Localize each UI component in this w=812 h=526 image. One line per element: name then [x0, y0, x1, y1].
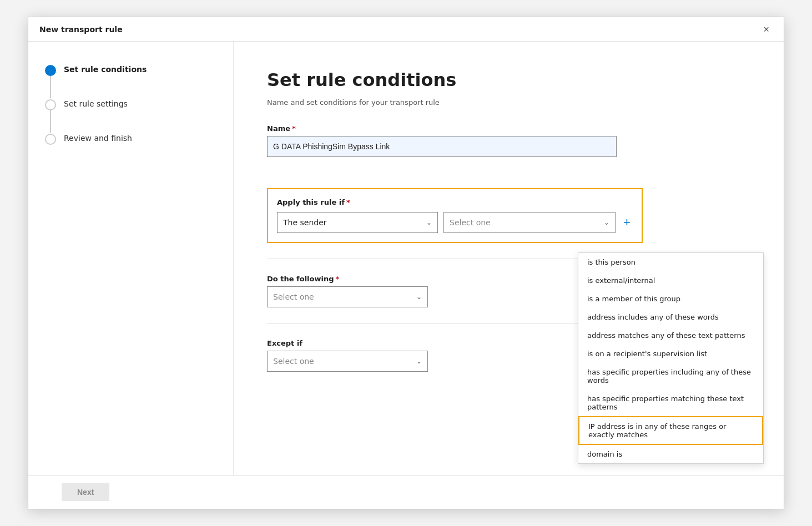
- apply-rule-section: Apply this rule if * The sender ⌄ Select…: [267, 173, 750, 243]
- sender-chevron-icon: ⌄: [426, 219, 432, 226]
- do-following-chevron-icon: ⌄: [416, 293, 422, 301]
- apply-rule-label: Apply this rule if *: [277, 198, 633, 206]
- dropdown-item-is-member-of-group[interactable]: is a member of this group: [578, 290, 763, 308]
- modal-footer: Next: [28, 475, 784, 509]
- step-dot-3: [45, 134, 56, 145]
- step-item-2: Set rule settings: [45, 98, 216, 110]
- step-connector-2: [50, 110, 51, 133]
- apply-rule-box: Apply this rule if * The sender ⌄ Select…: [267, 188, 643, 243]
- step-connector-1: [50, 76, 51, 98]
- name-field-container: Name *: [267, 124, 750, 157]
- step-item-1: Set rule conditions: [45, 64, 216, 76]
- step-dot-2: [45, 99, 56, 110]
- step-item-3: Review and finish: [45, 133, 216, 145]
- dropdown-item-has-specific-properties-patterns[interactable]: has specific properties matching these t…: [578, 390, 763, 416]
- condition-dropdown-menu: is this personis external/internalis a m…: [578, 252, 764, 464]
- condition-dropdown[interactable]: Select one ⌄: [443, 212, 616, 233]
- dropdown-item-is-on-supervision-list[interactable]: is on a recipient's supervision list: [578, 345, 763, 363]
- dropdown-item-has-specific-properties-words[interactable]: has specific properties including any of…: [578, 363, 763, 390]
- modal-header: New transport rule ×: [28, 17, 784, 42]
- modal-title: New transport rule: [39, 25, 123, 34]
- add-condition-button[interactable]: +: [621, 216, 633, 229]
- except-if-chevron-icon: ⌄: [416, 357, 422, 365]
- name-input[interactable]: [267, 136, 617, 157]
- close-button[interactable]: ×: [760, 23, 773, 36]
- next-button[interactable]: Next: [62, 483, 109, 501]
- modal-body: Set rule conditions Set rule settings Re…: [28, 42, 784, 475]
- do-following-placeholder: Select one: [273, 292, 314, 301]
- dropdown-item-ip-address-ranges[interactable]: IP address is in any of these ranges or …: [578, 416, 763, 445]
- dropdown-items-list: is this personis external/internalis a m…: [578, 253, 763, 463]
- dropdown-item-is-this-person[interactable]: is this person: [578, 253, 763, 271]
- step-label-3: Review and finish: [64, 133, 132, 143]
- new-transport-rule-modal: New transport rule × Set rule conditions…: [28, 17, 784, 509]
- dropdown-item-address-includes-words[interactable]: address includes any of these words: [578, 308, 763, 326]
- condition-chevron-icon: ⌄: [604, 219, 609, 226]
- dropdown-item-is-external-internal[interactable]: is external/internal: [578, 271, 763, 290]
- apply-rule-dropdowns: The sender ⌄ Select one ⌄ +: [277, 212, 633, 233]
- dropdown-item-domain-is[interactable]: domain is: [578, 445, 763, 463]
- page-subtitle: Name and set conditions for your transpo…: [267, 98, 750, 107]
- except-if-placeholder: Select one: [273, 357, 314, 366]
- page-title: Set rule conditions: [267, 69, 750, 90]
- do-following-dropdown[interactable]: Select one ⌄: [267, 286, 428, 307]
- sender-value: The sender: [283, 218, 327, 227]
- divider-1: [267, 259, 617, 259]
- step-label-2: Set rule settings: [64, 98, 128, 108]
- step-label-1: Set rule conditions: [64, 64, 147, 74]
- step-dot-1: [45, 65, 56, 76]
- divider-2: [267, 323, 617, 323]
- except-if-dropdown[interactable]: Select one ⌄: [267, 351, 428, 372]
- sidebar: Set rule conditions Set rule settings Re…: [28, 42, 234, 475]
- dropdown-item-address-matches-patterns[interactable]: address matches any of these text patter…: [578, 326, 763, 345]
- name-field-label: Name *: [267, 124, 750, 133]
- condition-placeholder: Select one: [450, 218, 491, 227]
- main-content: Set rule conditions Name and set conditi…: [234, 42, 784, 475]
- sender-dropdown[interactable]: The sender ⌄: [277, 212, 438, 233]
